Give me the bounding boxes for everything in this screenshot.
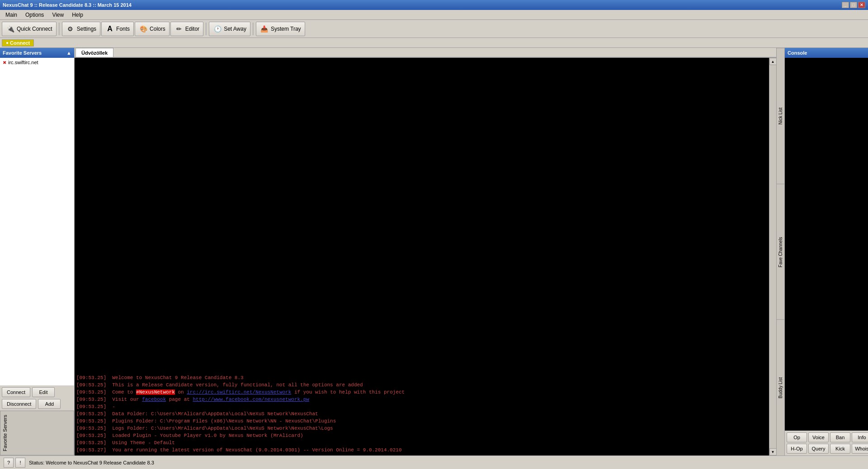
facebook-link[interactable]: facebook [142, 397, 166, 402]
fonts-button[interactable]: A Fonts [101, 22, 134, 36]
chat-line-7: [09:53.25] Plugins Folder: C:\Program Fi… [76, 417, 767, 425]
console-title: Console [788, 50, 807, 56]
menu-view[interactable]: View [48, 11, 67, 19]
editor-button[interactable]: ✏ Editor [170, 22, 203, 36]
whois-button[interactable]: Whois [852, 444, 868, 454]
vtab-fave-channels[interactable]: Fave Channels [777, 184, 784, 320]
server-icon: ✖ [3, 60, 6, 65]
quick-connect-label: Quick Connect [17, 26, 52, 32]
system-tray-label: System Tray [271, 26, 301, 32]
ban-button[interactable]: Ban [830, 432, 850, 442]
channel-tab-welcome[interactable]: Üdvözöllek [75, 48, 113, 57]
disconnect-button[interactable]: Disconnect [2, 399, 36, 409]
chat-area: [09:53.25] Welcome to NexusChat 9 Releas… [75, 58, 769, 455]
fav-servers-header: Favorite Servers ▲ [0, 48, 74, 58]
status-icons: ? ! [4, 458, 25, 468]
menu-help[interactable]: Help [68, 11, 87, 19]
chat-line-3: [09:53.25] Come to #NexusNetwork on irc:… [76, 389, 767, 396]
status-icon-info[interactable]: ! [15, 458, 25, 468]
close-button[interactable]: ✕ [858, 2, 865, 8]
server-action-row-1: Connect Edit [2, 387, 72, 397]
edit-button[interactable]: Edit [32, 387, 55, 397]
settings-button[interactable]: ⚙ Settings [62, 22, 100, 36]
chat-line-6: [09:53.25] Data Folder: C:\Users\MrAlica… [76, 410, 767, 417]
right-btn-row-1: Op Voice Ban Info [787, 432, 866, 442]
title-bar: NexusChat 9 :: Release Candidate 8.3 :: … [0, 0, 868, 10]
right-action-buttons: Op Voice Ban Info H-Op Query Kick Whois [785, 431, 868, 455]
set-away-label: Set Away [224, 26, 246, 32]
channel-tabs: Üdvözöllek [75, 48, 776, 58]
connect-button[interactable]: Connect [2, 387, 30, 397]
menu-main[interactable]: Main [2, 11, 21, 19]
connected-label: Connect [10, 40, 30, 46]
console-header: Console [785, 48, 868, 58]
scroll-down-button[interactable]: ▼ [769, 448, 777, 455]
quick-connect-button[interactable]: 🔌 Quick Connect [2, 22, 57, 36]
colors-button[interactable]: 🎨 Colors [135, 22, 170, 36]
server-name: irc.swiftirc.net [8, 60, 38, 65]
system-tray-button[interactable]: 📥 System Tray [256, 22, 305, 36]
fonts-label: Fonts [116, 26, 130, 32]
chat-line-4: [09:53.25] Visit our facebook page at ht… [76, 396, 767, 403]
quick-connect-icon: 🔌 [6, 24, 15, 33]
chat-line-8: [09:53.25] Logs Folder: C:\Users\MrAlica… [76, 425, 767, 432]
op-button[interactable]: Op [787, 432, 807, 442]
fonts-icon: A [105, 24, 114, 33]
status-bar: ? ! Status: Welcome to NexusChat 9 Relea… [0, 455, 868, 469]
colors-label: Colors [150, 26, 165, 32]
chat-line-1: [09:53.25] Welcome to NexusChat 9 Releas… [76, 374, 767, 381]
fav-servers-title: Favorite Servers [3, 50, 42, 56]
right-vtabs: Nick List Fave Channels Buddy List [776, 48, 784, 455]
chat-line-2: [09:53.25] This is a Release Candidate v… [76, 381, 767, 389]
main-area: Favorite Servers ▲ ✖ irc.swiftirc.net Co… [0, 48, 868, 455]
connected-tab-row: ● Connect [0, 38, 868, 48]
left-sidebar: Favorite Servers ▲ ✖ irc.swiftirc.net Co… [0, 48, 75, 455]
server-action-buttons: Connect Edit Disconnect Add [0, 385, 74, 411]
maximize-button[interactable]: □ [850, 2, 857, 8]
center-area: Üdvözöllek [09:53.25] Welcome to NexusCh… [75, 48, 776, 455]
network-highlight: #NexusNetwork [136, 389, 175, 395]
settings-icon: ⚙ [66, 24, 75, 33]
window-controls: _ □ ✕ [842, 2, 865, 8]
menu-bar: Main Options View Help [0, 10, 868, 20]
server-item[interactable]: ✖ irc.swiftirc.net [1, 59, 73, 66]
fave-servers-vtab[interactable]: Favorite Servers [0, 411, 74, 455]
fb-url-link[interactable]: http://www.facebook.com/nexusnetwork.pw [193, 397, 309, 402]
chat-scrollbar[interactable]: ▲ ▼ [769, 58, 776, 455]
set-away-icon: 🕐 [213, 24, 222, 33]
info-button[interactable]: Info [852, 432, 868, 442]
scroll-up-button[interactable]: ▲ [769, 58, 777, 65]
minimize-button[interactable]: _ [842, 2, 849, 8]
query-button[interactable]: Query [808, 444, 829, 454]
hop-button[interactable]: H-Op [787, 444, 807, 454]
editor-icon: ✏ [175, 24, 184, 33]
server-action-row-2: Disconnect Add [2, 399, 72, 409]
chat-line-5: [09:53.25] - [76, 403, 767, 410]
chat-row: [09:53.25] Welcome to NexusChat 9 Releas… [75, 58, 776, 455]
irc-link[interactable]: irc://irc.swiftirc.net/NexusNetwork [187, 389, 291, 395]
set-away-button[interactable]: 🕐 Set Away [209, 22, 250, 36]
add-button[interactable]: Add [38, 399, 61, 409]
vtab-buddy-list[interactable]: Buddy List [777, 319, 784, 455]
menu-options[interactable]: Options [22, 11, 47, 19]
fav-servers-collapse[interactable]: ▲ [66, 50, 71, 56]
connected-pill[interactable]: ● Connect [2, 39, 34, 47]
vtab-nick-list[interactable]: Nick List [777, 48, 784, 184]
toolbar: 🔌 Quick Connect ⚙ Settings A Fonts 🎨 Col… [0, 20, 868, 38]
status-text: Status: Welcome to NexusChat 9 Release C… [29, 460, 154, 465]
chat-messages: [09:53.25] Welcome to NexusChat 9 Releas… [75, 372, 769, 455]
status-icon-question[interactable]: ? [4, 458, 14, 468]
kick-button[interactable]: Kick [830, 444, 850, 454]
right-sidebar: Console Op Voice Ban Info H-Op Query Kic… [784, 48, 868, 455]
settings-label: Settings [77, 26, 96, 32]
window-title: NexusChat 9 :: Release Candidate 8.3 :: … [3, 2, 842, 8]
server-list: ✖ irc.swiftirc.net [0, 58, 74, 385]
chat-line-9: [09:53.25] Loaded Plugin - Youtube Playe… [76, 432, 767, 439]
separator-2 [206, 23, 207, 35]
voice-button[interactable]: Voice [808, 432, 829, 442]
chat-line-10: [09:53.25] Using Theme - Default [76, 439, 767, 446]
console-area [785, 58, 868, 431]
separator-1 [59, 23, 60, 35]
right-btn-row-2: H-Op Query Kick Whois [787, 444, 866, 454]
chat-line-11: [09:53.27] You are running the latest ve… [76, 446, 767, 454]
